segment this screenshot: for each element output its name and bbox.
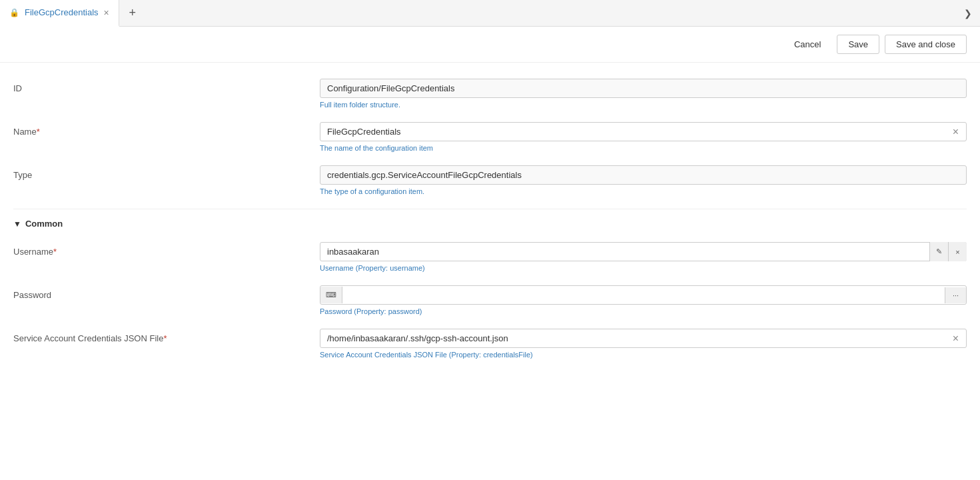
name-field: × The name of the configuration item [320, 122, 967, 152]
password-keyboard-button[interactable]: ⌨ [320, 287, 342, 303]
type-row: Type The type of a configuration item. [13, 165, 967, 195]
tab-close-icon[interactable]: × [104, 7, 109, 18]
name-input[interactable] [320, 122, 967, 141]
service-account-row: Service Account Credentials JSON File* ×… [13, 329, 967, 359]
type-label: Type [13, 165, 320, 180]
service-account-input[interactable] [320, 329, 967, 348]
username-field: ✎ × Username (Property: username) [320, 242, 967, 272]
section-chevron-icon: ▼ [13, 219, 21, 229]
name-hint: The name of the configuration item [320, 144, 967, 152]
save-button[interactable]: Save [837, 35, 879, 54]
service-account-clear-button[interactable]: × [950, 333, 961, 345]
save-close-button[interactable]: Save and close [885, 35, 967, 54]
username-input[interactable] [320, 242, 967, 261]
username-input-wrapper: ✎ × [320, 242, 967, 261]
common-section-header: ▼ Common [13, 209, 967, 229]
password-dots-button[interactable]: ··· [945, 287, 966, 303]
type-input[interactable] [320, 165, 967, 185]
username-clear-button[interactable]: × [948, 242, 967, 261]
tab-chevron-icon[interactable]: ❯ [956, 8, 980, 19]
service-account-hint: Service Account Credentials JSON File (P… [320, 351, 967, 359]
tab-filegcpcredentials[interactable]: 🔒 FileGcpCredentials × [0, 0, 119, 27]
password-input[interactable] [342, 286, 945, 304]
tab-add-button[interactable]: + [119, 0, 146, 27]
cancel-button[interactable]: Cancel [783, 35, 831, 53]
password-row: Password ⌨ ··· Password (Property: passw… [13, 285, 967, 315]
id-field: Full item folder structure. [320, 79, 967, 109]
username-hint: Username (Property: username) [320, 264, 967, 272]
section-label: Common [25, 219, 63, 229]
password-hint: Password (Property: password) [320, 307, 967, 315]
service-account-input-wrapper: × [320, 329, 967, 348]
name-clear-button[interactable]: × [950, 126, 961, 138]
service-account-field: × Service Account Credentials JSON File … [320, 329, 967, 359]
id-input[interactable] [320, 79, 967, 98]
tab-label: FileGcpCredentials [25, 7, 99, 17]
form-content: ID Full item folder structure. Name* × T… [0, 63, 980, 388]
toolbar: Cancel Save Save and close [0, 27, 980, 63]
username-edit-icon-button[interactable]: ✎ [929, 242, 948, 261]
password-field: ⌨ ··· Password (Property: password) [320, 285, 967, 315]
id-label: ID [13, 79, 320, 93]
type-hint: The type of a configuration item. [320, 187, 967, 195]
username-row: Username* ✎ × Username (Property: userna… [13, 242, 967, 272]
id-hint: Full item folder structure. [320, 101, 967, 109]
username-label: Username* [13, 242, 320, 257]
tab-bar: 🔒 FileGcpCredentials × + ❯ [0, 0, 980, 27]
name-label: Name* [13, 122, 320, 137]
name-input-wrapper: × [320, 122, 967, 141]
name-row: Name* × The name of the configuration it… [13, 122, 967, 152]
common-section-toggle[interactable]: ▼ Common [13, 219, 63, 229]
lock-icon: 🔒 [9, 8, 19, 17]
password-label: Password [13, 285, 320, 300]
username-icon-group: ✎ × [929, 242, 967, 261]
type-field: The type of a configuration item. [320, 165, 967, 195]
password-input-wrapper: ⌨ ··· [320, 285, 967, 305]
service-account-label: Service Account Credentials JSON File* [13, 329, 320, 343]
id-row: ID Full item folder structure. [13, 79, 967, 109]
